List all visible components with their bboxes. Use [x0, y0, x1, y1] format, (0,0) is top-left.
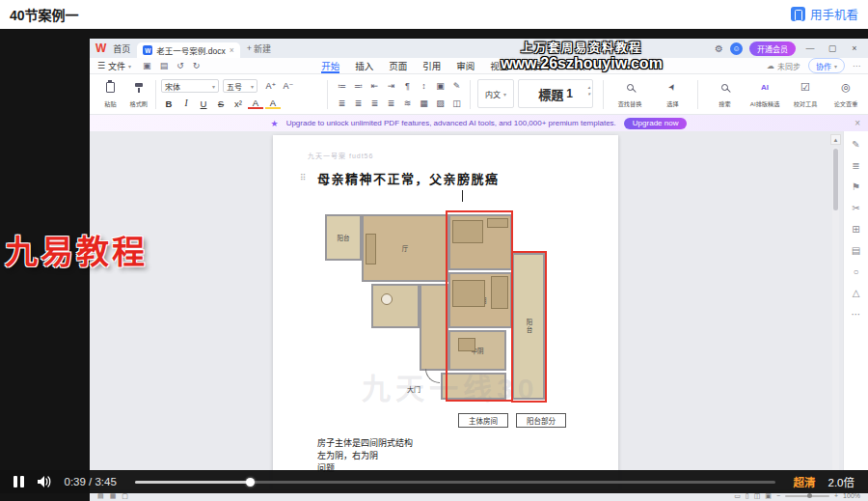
volume-icon[interactable]	[37, 475, 52, 488]
font-color-icon[interactable]: A	[248, 97, 263, 109]
pause-button[interactable]	[14, 476, 24, 487]
side-cut-icon[interactable]: ✂	[852, 203, 859, 213]
font-size-select[interactable]: 五号 ▾	[223, 79, 258, 93]
select-button[interactable]: ➤ 选择	[653, 78, 692, 111]
side-flag-icon[interactable]: ⚑	[852, 181, 860, 192]
font-name-select[interactable]: 宋体 ▾	[161, 79, 219, 93]
justify-icon[interactable]: ≣	[384, 97, 398, 110]
bold-icon[interactable]: B	[161, 97, 176, 110]
tab-close-icon[interactable]: ×	[230, 45, 234, 55]
redo-icon[interactable]: ↻	[193, 61, 201, 70]
vertical-scrollbar[interactable]	[832, 147, 839, 483]
print-icon[interactable]: ▤	[160, 61, 169, 70]
style-stepper[interactable]: ▴ ▾	[587, 84, 590, 97]
menu-item-reference[interactable]: 引用	[422, 58, 441, 73]
line-spacing-icon[interactable]: ↕	[417, 79, 431, 93]
banner-close-icon[interactable]: ×	[854, 118, 860, 128]
side-styles-icon[interactable]: ≣	[852, 160, 859, 171]
undo-icon[interactable]: ↺	[176, 61, 184, 70]
home-tab[interactable]: 首页	[113, 42, 130, 55]
plus-icon: +	[247, 43, 252, 53]
wps-toolbar: 粘贴 格式刷 宋体 ▾ 五号 ▾ A⁺ A⁻ B I	[90, 74, 868, 115]
minimize-button[interactable]: —	[802, 43, 818, 53]
text-effects-icon[interactable]: ✎	[449, 79, 464, 93]
zoom-out-icon[interactable]: −	[776, 492, 780, 499]
italic-icon[interactable]: I	[178, 97, 194, 110]
bullet-list-icon[interactable]: ≔	[335, 79, 349, 93]
shading-icon[interactable]: ▦	[417, 97, 431, 110]
side-more-icon[interactable]: ⋯	[852, 309, 861, 320]
tool-search-button[interactable]: 搜索	[705, 78, 744, 111]
side-edit-icon[interactable]: ✎	[852, 139, 859, 150]
side-notes-icon[interactable]: ▤	[852, 245, 860, 256]
progress-knob[interactable]	[246, 478, 255, 487]
menu-item-view[interactable]: 视图	[490, 58, 508, 73]
indent-icon[interactable]: ⇥	[384, 79, 398, 93]
side-grid-icon[interactable]: ⊞	[852, 224, 859, 235]
settings-icon[interactable]: ⚙	[715, 43, 723, 54]
border-icon[interactable]: ▨	[433, 97, 448, 110]
style-heading-button[interactable]: 標題 1 ▴ ▾	[518, 79, 593, 108]
room-bathroom	[371, 284, 420, 328]
save-icon[interactable]: ▣	[143, 61, 151, 70]
more-icon[interactable]: ⋯	[853, 62, 860, 70]
scroll-up-arrow[interactable]: ▲	[830, 134, 841, 145]
chevron-down-icon: ▾	[212, 83, 215, 90]
menu-item-home[interactable]: 开始	[321, 58, 339, 73]
superscript-icon[interactable]: x²	[231, 97, 246, 110]
format-painter-button[interactable]: 格式刷	[124, 78, 153, 111]
collab-button[interactable]: 协作 ▾	[808, 58, 845, 73]
increase-font-icon[interactable]: A⁺	[263, 79, 279, 93]
paper-icon: ◎	[841, 81, 851, 93]
align-left-icon[interactable]: ≣	[335, 97, 349, 110]
page-setup-icon[interactable]: ◫	[449, 97, 464, 110]
close-button[interactable]: ×	[847, 43, 862, 53]
underline-icon[interactable]: U	[196, 97, 211, 110]
vip-button[interactable]: 开通会员	[749, 42, 796, 56]
zoom-slider-knob[interactable]	[807, 493, 812, 498]
style-body-button[interactable]: 内文 ▾	[477, 79, 514, 108]
columns-icon[interactable]: ▣	[433, 79, 448, 93]
tool-proofread-button[interactable]: ☑ 校对工具	[786, 78, 825, 111]
progress-bar[interactable]	[135, 481, 775, 484]
chevron-down-icon: ▾	[834, 63, 837, 70]
open-on-phone-button[interactable]: 用手机看	[791, 5, 858, 23]
side-shape-triangle-icon[interactable]: △	[853, 288, 860, 298]
quality-button[interactable]: 超清	[794, 474, 816, 489]
menu-item-review[interactable]: 审阅	[456, 58, 475, 73]
number-list-icon[interactable]: ≕	[351, 79, 366, 93]
maximize-button[interactable]: ▢	[825, 43, 840, 53]
find-replace-button[interactable]: 查找替换	[610, 78, 649, 111]
titlebar-right: ⚙ ☺ 开通会员 — ▢ ×	[715, 42, 862, 56]
distribute-icon[interactable]: ≋	[400, 97, 415, 110]
banner-text: Upgrade to unlock unlimited PDF features…	[286, 119, 616, 127]
document-tab[interactable]: W 老王一号案例.docx ×	[137, 42, 239, 58]
menu-item-insert[interactable]: 插入	[355, 58, 373, 73]
doc-icon: W	[143, 45, 152, 55]
menu-item-efficiency[interactable]: 效率	[576, 58, 594, 73]
new-tab-button[interactable]: + 新建	[247, 42, 271, 55]
align-center-icon[interactable]: ≣	[351, 97, 366, 110]
strikethrough-icon[interactable]: S	[213, 97, 229, 110]
paragraph-mark-icon[interactable]: ¶	[400, 79, 415, 93]
upgrade-now-button[interactable]: Upgrade now	[624, 118, 688, 129]
file-menu[interactable]: ☰ 文件 ▾	[97, 60, 131, 72]
paste-button[interactable]: 粘贴	[95, 78, 124, 111]
tool-ai-layout-button[interactable]: AI AI排版精选	[746, 78, 784, 111]
decrease-font-icon[interactable]: A⁻	[281, 79, 296, 93]
align-right-icon[interactable]: ≣	[367, 97, 382, 110]
video-player[interactable]: W 首页 W 老王一号案例.docx × + 新建 ⚙ ☺ 开通会员 — ▢	[0, 29, 868, 501]
zoom-in-icon[interactable]: +	[834, 492, 838, 499]
zoom-slider[interactable]	[785, 495, 829, 497]
menu-item-page[interactable]: 页面	[389, 58, 407, 73]
outdent-icon[interactable]: ⇤	[367, 79, 382, 93]
speed-button[interactable]: 2.0倍	[828, 474, 855, 489]
tool-paper-check-button[interactable]: ◎ 论文查重	[827, 78, 865, 111]
menu-item-member[interactable]: 会员专享	[524, 58, 560, 73]
drag-handle-icon[interactable]: ⠿	[300, 173, 307, 182]
scrollbar-thumb[interactable]	[833, 149, 838, 210]
highlight-icon[interactable]: A	[265, 97, 281, 109]
avatar[interactable]: ☺	[730, 42, 743, 55]
side-shape-circle-icon[interactable]: ○	[853, 266, 858, 277]
furniture-toilet	[381, 293, 393, 305]
